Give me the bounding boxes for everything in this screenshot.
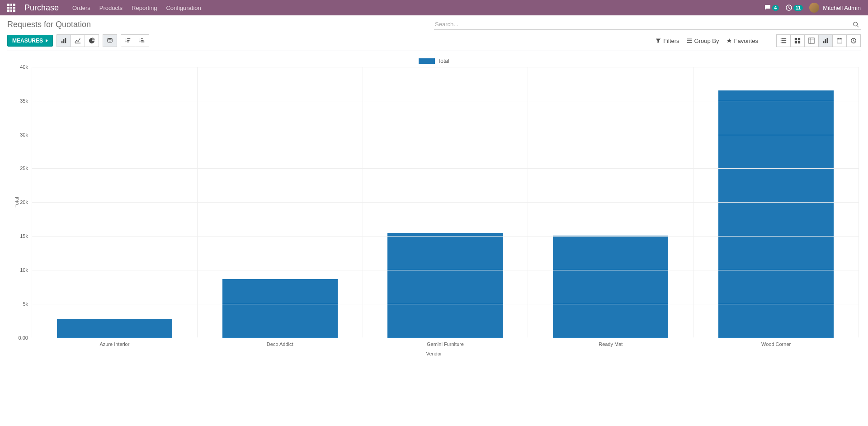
gridline [32, 304, 859, 304]
chart-bar[interactable] [387, 233, 503, 338]
apps-icon[interactable] [7, 4, 15, 12]
svg-rect-4 [65, 38, 66, 43]
x-tick: Azure Interior [32, 338, 197, 347]
x-axis-label: Vendor [9, 351, 859, 356]
svg-rect-2 [61, 41, 63, 43]
svg-rect-25 [809, 38, 814, 43]
chart-legend: Total [9, 57, 859, 64]
x-tick: Gemini Furniture [363, 338, 528, 347]
svg-rect-29 [837, 39, 842, 43]
svg-rect-17 [781, 40, 782, 41]
svg-rect-27 [825, 39, 826, 43]
svg-rect-16 [782, 38, 787, 39]
y-tick: 0.00 [19, 335, 32, 341]
svg-rect-21 [795, 38, 797, 40]
activities-badge: 11 [793, 5, 803, 11]
control-panel: Requests for Quotation MEASURES [0, 15, 868, 53]
gridline [32, 168, 859, 169]
svg-rect-3 [63, 39, 65, 43]
chart-bar[interactable] [222, 279, 338, 338]
legend-label: Total [438, 58, 449, 64]
search-input[interactable] [434, 19, 851, 29]
y-tick: 40k [20, 64, 32, 70]
y-tick: 10k [20, 267, 32, 273]
breadcrumb: Requests for Quotation [7, 20, 91, 29]
view-activity-button[interactable] [847, 34, 861, 47]
chart-bar[interactable] [553, 236, 668, 338]
gridline [32, 202, 859, 203]
y-tick: 30k [20, 132, 32, 137]
view-kanban-button[interactable] [791, 34, 805, 47]
svg-point-1 [854, 22, 858, 26]
user-menu[interactable]: Mitchell Admin [809, 3, 861, 13]
svg-rect-7 [127, 40, 129, 41]
view-list-button[interactable] [776, 34, 791, 47]
svg-rect-10 [141, 40, 143, 41]
gridline [32, 67, 859, 67]
y-axis-label: Total [14, 197, 19, 208]
line-chart-button[interactable] [71, 34, 85, 47]
svg-rect-9 [141, 38, 143, 39]
top-nav: Purchase Orders Products Reporting Confi… [0, 0, 868, 15]
svg-rect-28 [827, 38, 828, 43]
svg-rect-22 [798, 38, 800, 40]
caret-icon [46, 39, 48, 43]
chart-container: Total Total Azure InteriorDeco AddictGem… [0, 53, 868, 365]
plot-area: Total Azure InteriorDeco AddictGemini Fu… [32, 67, 859, 338]
svg-rect-13 [687, 40, 692, 41]
svg-rect-20 [782, 43, 787, 43]
y-tick: 20k [20, 199, 32, 205]
y-tick: 35k [20, 98, 32, 104]
chart-bar[interactable] [57, 319, 172, 337]
svg-rect-14 [687, 42, 692, 43]
svg-rect-15 [781, 38, 782, 39]
svg-rect-19 [781, 43, 782, 43]
nav-configuration[interactable]: Configuration [166, 5, 201, 11]
measures-button[interactable]: MEASURES [7, 35, 53, 47]
view-calendar-button[interactable] [833, 34, 847, 47]
view-graph-button[interactable] [819, 34, 833, 47]
x-tick: Ready Mat [528, 338, 693, 347]
x-tick: Deco Addict [198, 338, 363, 347]
search-icon[interactable] [851, 19, 861, 29]
view-pivot-button[interactable] [805, 34, 819, 47]
gridline [32, 101, 859, 101]
search-bar [434, 19, 861, 30]
bar-chart-button[interactable] [57, 34, 71, 47]
svg-rect-26 [823, 41, 825, 43]
nav-orders[interactable]: Orders [72, 5, 90, 11]
svg-point-5 [108, 38, 113, 40]
chart-bar[interactable] [718, 90, 834, 338]
groupby-button[interactable]: Group By [687, 38, 719, 44]
stacked-button[interactable] [103, 34, 117, 47]
nav-links: Orders Products Reporting Configuration [72, 5, 201, 11]
legend-swatch [419, 58, 435, 64]
sort-asc-button[interactable] [135, 34, 149, 47]
svg-rect-23 [795, 41, 797, 43]
filters-button[interactable]: Filters [656, 38, 679, 44]
messages-badge: 4 [772, 5, 779, 11]
svg-rect-18 [782, 40, 787, 41]
x-tick: Wood Corner [693, 338, 859, 347]
nav-products[interactable]: Products [99, 5, 123, 11]
y-tick: 25k [20, 166, 32, 171]
pie-chart-button[interactable] [85, 34, 99, 47]
gridline [32, 270, 859, 270]
svg-rect-6 [127, 38, 130, 39]
app-title: Purchase [24, 3, 59, 13]
y-tick: 5k [23, 301, 32, 307]
svg-rect-24 [798, 41, 800, 43]
user-name: Mitchell Admin [823, 5, 861, 11]
activities-button[interactable]: 11 [785, 4, 803, 11]
svg-rect-8 [127, 42, 129, 43]
gridline [32, 236, 859, 237]
sort-desc-button[interactable] [121, 34, 135, 47]
favorites-button[interactable]: Favorites [726, 38, 758, 44]
svg-rect-11 [141, 42, 144, 43]
svg-rect-12 [687, 39, 692, 40]
y-tick: 15k [20, 233, 32, 239]
avatar [809, 3, 819, 13]
gridline [32, 135, 859, 135]
messages-button[interactable]: 4 [764, 4, 779, 11]
nav-reporting[interactable]: Reporting [132, 5, 157, 11]
